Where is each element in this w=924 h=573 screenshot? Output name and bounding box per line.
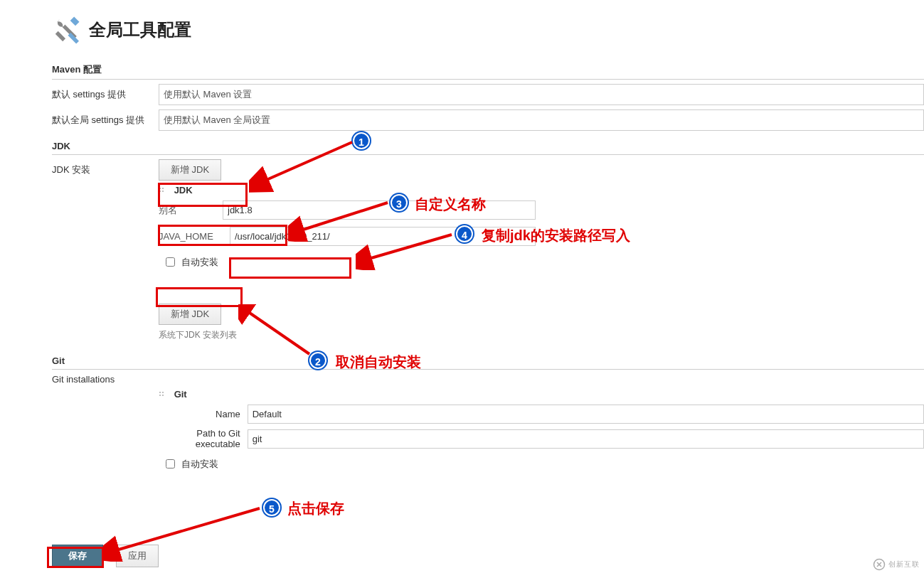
annot-text-2: 取消自动安装 bbox=[336, 353, 421, 372]
drag-handle-icon[interactable] bbox=[159, 186, 166, 196]
save-button[interactable]: 保存 bbox=[52, 545, 103, 567]
svg-point-7 bbox=[162, 392, 164, 393]
svg-point-3 bbox=[162, 188, 164, 189]
section-git-header: Git bbox=[52, 353, 924, 370]
annot-text-5: 点击保存 bbox=[287, 499, 344, 518]
jdk-alias-input[interactable] bbox=[223, 200, 536, 220]
add-jdk-button-top[interactable]: 新增 JDK bbox=[159, 159, 221, 181]
git-path-input[interactable] bbox=[248, 429, 924, 449]
svg-point-9 bbox=[162, 395, 164, 396]
git-auto-install-label: 自动安装 bbox=[181, 458, 218, 471]
apply-button[interactable]: 应用 bbox=[116, 545, 159, 567]
jdk-alias-label: 别名 bbox=[159, 204, 223, 217]
java-home-label: JAVA_HOME bbox=[159, 231, 230, 242]
jdk-auto-install-label: 自动安装 bbox=[181, 256, 218, 269]
jdk-entry-title: JDK bbox=[171, 185, 193, 196]
watermark: 创新互联 bbox=[873, 558, 920, 571]
drag-handle-icon[interactable] bbox=[159, 390, 166, 400]
maven-default-settings-select[interactable]: 使用默认 Maven 设置 bbox=[159, 84, 924, 105]
jdk-list-hint: 系统下JDK 安装列表 bbox=[159, 329, 924, 341]
git-path-label: Path to Git executable bbox=[159, 428, 248, 449]
git-installations-label: Git installations bbox=[52, 374, 159, 385]
maven-global-settings-select[interactable]: 使用默认 Maven 全局设置 bbox=[159, 109, 924, 131]
tools-icon bbox=[52, 13, 83, 46]
page-title: 全局工具配置 bbox=[89, 18, 191, 41]
section-maven-header: Maven 配置 bbox=[52, 60, 924, 80]
badge-1: 1 bbox=[353, 132, 370, 149]
svg-point-2 bbox=[159, 188, 161, 189]
svg-rect-0 bbox=[55, 31, 65, 41]
maven-default-settings-label: 默认 settings 提供 bbox=[52, 88, 159, 101]
badge-4: 4 bbox=[456, 225, 473, 242]
git-entry-title: Git bbox=[171, 389, 187, 400]
annot-text-3: 自定义名称 bbox=[415, 195, 486, 214]
jdk-install-label: JDK 安装 bbox=[52, 164, 159, 176]
badge-3: 3 bbox=[391, 194, 408, 211]
add-jdk-button-bottom[interactable]: 新增 JDK bbox=[159, 304, 221, 325]
svg-point-6 bbox=[159, 392, 161, 393]
jdk-auto-install-checkbox[interactable] bbox=[166, 257, 175, 267]
section-jdk-header: JDK bbox=[52, 138, 924, 155]
annot-text-4: 复制jdk的安装路径写入 bbox=[482, 226, 630, 245]
svg-point-4 bbox=[159, 191, 161, 192]
badge-2: 2 bbox=[309, 352, 326, 369]
maven-global-settings-label: 默认全局 settings 提供 bbox=[52, 114, 159, 127]
svg-point-8 bbox=[159, 395, 161, 396]
git-auto-install-checkbox[interactable] bbox=[166, 459, 175, 468]
svg-point-5 bbox=[162, 191, 164, 192]
badge-5: 5 bbox=[263, 499, 280, 516]
git-name-label: Name bbox=[159, 409, 248, 419]
git-name-input[interactable] bbox=[248, 405, 924, 424]
